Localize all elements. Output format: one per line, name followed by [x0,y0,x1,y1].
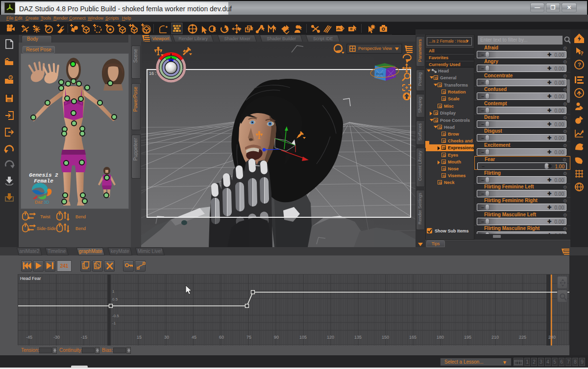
svg-text:150: 150 [382,335,389,340]
svg-text:30: 30 [164,335,169,340]
svg-text:1: 1 [112,289,115,294]
svg-text:?: ? [578,62,581,68]
svg-text:210: 210 [491,335,499,340]
svg-text:Genesis 2: Genesis 2 [29,172,58,178]
svg-text:Twist: Twist [40,214,50,219]
svg-text:45: 45 [192,335,196,340]
svg-text:-45: -45 [26,335,32,340]
svg-text:105: 105 [299,335,307,340]
svg-text:225: 225 [519,335,526,340]
svg-text:Side-Side: Side-Side [37,226,56,231]
svg-text:Perspective View: Perspective View [358,46,392,51]
svg-text:-15: -15 [81,335,87,340]
svg-text:120: 120 [327,335,334,340]
svg-text:Front: Front [376,72,383,75]
svg-text:-0.5: -0.5 [112,314,119,318]
svg-text:195: 195 [464,335,471,340]
svg-text:Female: Female [34,178,53,184]
svg-text:240: 240 [548,335,556,340]
svg-text:-1: -1 [112,321,116,325]
svg-text:75: 75 [246,335,251,340]
svg-text:15: 15 [137,335,142,340]
svg-text:3D: 3D [44,200,49,205]
svg-text:60: 60 [219,335,224,340]
svg-text:Bend: Bend [75,226,86,231]
svg-text:0.5: 0.5 [112,297,118,301]
svg-text:-30: -30 [53,335,60,340]
svg-text:?: ? [580,50,584,56]
svg-text:90: 90 [274,335,279,340]
svg-text:180: 180 [437,335,444,340]
svg-text:Daz: Daz [35,200,43,205]
svg-text:Bend: Bend [75,214,86,219]
svg-text:135: 135 [354,335,362,340]
svg-text:165: 165 [409,335,416,340]
